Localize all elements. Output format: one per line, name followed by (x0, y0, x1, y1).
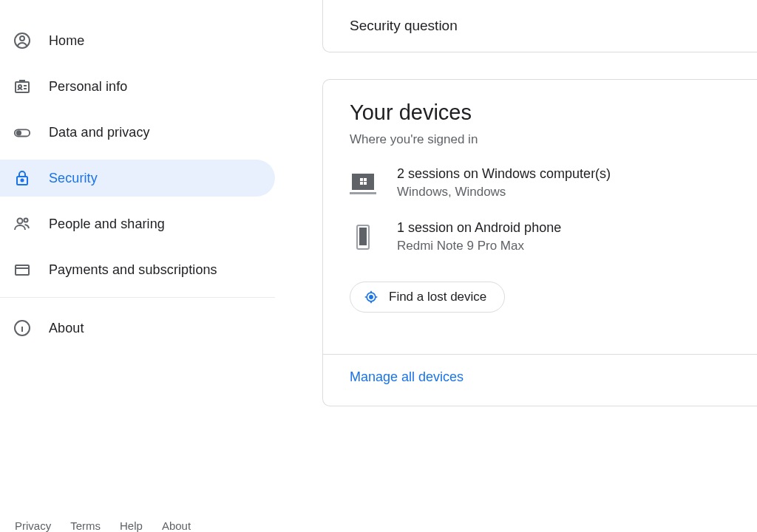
device-row-android[interactable]: 1 session on Android phone Redmi Note 9 … (350, 220, 757, 253)
svg-point-9 (24, 219, 28, 222)
sidebar-item-label: Security (49, 171, 98, 186)
security-question-title: Security question (350, 18, 757, 34)
footer-help-link[interactable]: Help (120, 519, 143, 532)
device-text: 1 session on Android phone Redmi Note 9 … (397, 220, 561, 253)
sidebar-item-label: Home (49, 33, 84, 49)
toggle-icon (13, 123, 31, 141)
sidebar-item-label: About (49, 321, 84, 336)
sidebar-item-label: Payments and subscriptions (49, 262, 217, 278)
credit-card-icon (13, 261, 31, 279)
svg-point-13 (370, 296, 373, 299)
svg-point-3 (18, 85, 21, 88)
footer-privacy-link[interactable]: Privacy (15, 519, 51, 532)
device-row-windows[interactable]: 2 sessions on Windows computer(s) Window… (350, 166, 757, 200)
sidebar-item-about[interactable]: About (0, 310, 275, 347)
your-devices-title: Your devices (350, 100, 757, 125)
sidebar-item-label: Personal info (49, 79, 127, 95)
security-question-card[interactable]: Security question (322, 0, 757, 52)
target-location-icon (364, 290, 378, 304)
svg-point-7 (21, 180, 24, 182)
footer-about-link[interactable]: About (162, 519, 191, 532)
sidebar-item-label: People and sharing (49, 216, 165, 232)
your-devices-subtitle: Where you're signed in (350, 132, 757, 147)
sidebar-item-personal-info[interactable]: Personal info (0, 68, 275, 105)
manage-all-devices-label: Manage all devices (350, 369, 464, 384)
footer-links: Privacy Terms Help About (15, 519, 191, 532)
info-icon (13, 319, 31, 337)
your-devices-card: Your devices Where you're signed in 2 se… (322, 79, 757, 406)
svg-rect-10 (16, 265, 29, 275)
device-session-title: 1 session on Android phone (397, 220, 561, 236)
find-lost-device-label: Find a lost device (389, 290, 486, 304)
device-session-detail: Windows, Windows (397, 185, 611, 200)
sidebar-item-payments[interactable]: Payments and subscriptions (0, 251, 275, 288)
account-circle-icon (13, 32, 31, 50)
device-session-title: 2 sessions on Windows computer(s) (397, 166, 611, 182)
sidebar-item-data-privacy[interactable]: Data and privacy (0, 114, 275, 151)
lock-icon (13, 169, 31, 187)
manage-all-devices-link[interactable]: Manage all devices (323, 354, 757, 406)
svg-point-8 (18, 219, 23, 224)
android-phone-icon (350, 224, 376, 250)
badge-icon (13, 78, 31, 95)
svg-point-1 (20, 36, 24, 41)
svg-point-5 (17, 131, 21, 135)
sidebar: Home Personal info Data and privacy Secu… (0, 7, 275, 355)
device-text: 2 sessions on Windows computer(s) Window… (397, 166, 611, 200)
footer-terms-link[interactable]: Terms (70, 519, 101, 532)
sidebar-divider (0, 297, 275, 298)
sidebar-item-security[interactable]: Security (0, 160, 275, 197)
device-session-detail: Redmi Note 9 Pro Max (397, 239, 561, 253)
sidebar-item-home[interactable]: Home (0, 22, 275, 59)
svg-rect-2 (16, 82, 29, 92)
find-lost-device-button[interactable]: Find a lost device (350, 282, 505, 313)
people-icon (13, 215, 31, 233)
your-devices-body: Your devices Where you're signed in 2 se… (323, 80, 757, 354)
laptop-windows-icon (350, 170, 376, 197)
main-content: Security question Your devices Where you… (322, 0, 757, 406)
sidebar-item-label: Data and privacy (49, 125, 150, 140)
sidebar-item-people-sharing[interactable]: People and sharing (0, 205, 275, 242)
